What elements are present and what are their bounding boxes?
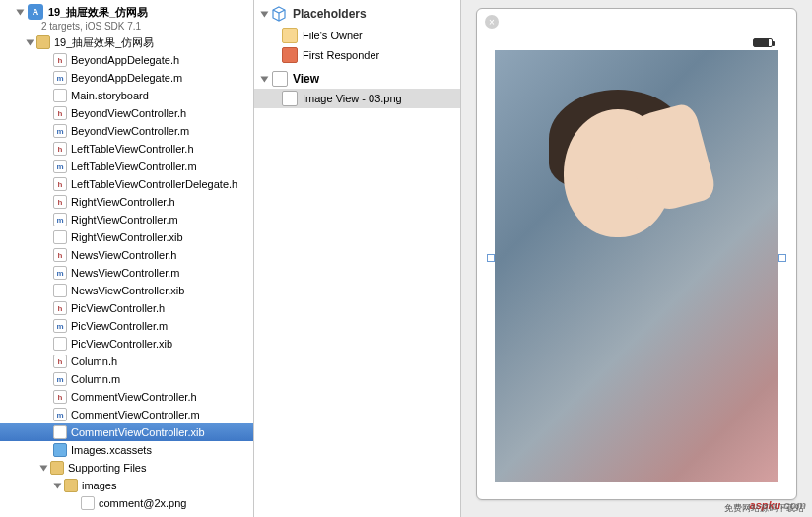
file-label: RightViewController.h (71, 196, 175, 208)
image-view-content[interactable] (495, 50, 778, 482)
folder-row[interactable]: 19_抽屉效果_仿网易 (0, 33, 253, 51)
image-view-row[interactable]: Image View - 03.png (254, 89, 460, 108)
file-row[interactable]: mColumn.m (0, 370, 253, 388)
png-file-icon (81, 496, 95, 510)
h-file-icon: h (53, 106, 67, 120)
placeholders-header[interactable]: Placeholders (254, 0, 460, 26)
document-outline[interactable]: Placeholders File's Owner First Responde… (254, 0, 461, 517)
file-label: NewsViewController.h (71, 249, 176, 261)
h-file-icon: h (53, 390, 67, 404)
disclosure-icon[interactable] (260, 12, 268, 18)
file-label: Column.h (71, 355, 117, 367)
project-subtitle: 2 targets, iOS SDK 7.1 (0, 21, 253, 32)
xib-file-icon (53, 230, 67, 244)
files-owner-icon (282, 28, 298, 43)
disclosure-icon[interactable] (260, 77, 268, 83)
folder-file-icon (36, 35, 50, 49)
h-file-icon: h (53, 301, 67, 315)
file-row[interactable]: hBeyondViewController.h (0, 104, 253, 122)
file-label: PicViewController.xib (71, 338, 172, 350)
file-label: NewsViewController.xib (71, 285, 184, 296)
disclosure-icon[interactable] (26, 40, 34, 46)
file-row[interactable]: hLeftTableViewController.h (0, 140, 253, 158)
disclosure-icon[interactable] (16, 10, 24, 16)
image-view-label: Image View - 03.png (303, 93, 402, 104)
file-label: LeftTableViewControllerDelegate.h (71, 178, 237, 190)
file-label: Column.m (71, 373, 120, 385)
file-row[interactable]: Main.storyboard (0, 87, 253, 104)
view-icon (272, 71, 288, 87)
folder-row[interactable]: Supporting Files (0, 459, 253, 477)
file-row[interactable]: Images.xcassets (0, 441, 253, 459)
watermark-subtitle: 免费网站源码下载站 (724, 502, 804, 515)
placeholders-icon (271, 6, 287, 22)
file-row[interactable]: RightViewController.xib (0, 228, 253, 246)
file-row[interactable]: mRightViewController.m (0, 211, 253, 228)
h-file-icon: h (53, 195, 67, 209)
file-row[interactable]: CommentViewController.xib (0, 423, 253, 441)
photo-placeholder (564, 109, 702, 287)
file-row[interactable]: comment@2x.png (0, 494, 253, 512)
file-label: comment@2x.png (99, 497, 186, 509)
interface-builder-canvas[interactable]: × aspku.com 免费网站源码下载站 (461, 0, 812, 517)
file-row[interactable]: NewsViewController.xib (0, 282, 253, 299)
device-view[interactable] (495, 34, 778, 482)
file-label: LeftTableViewController.m (71, 161, 197, 172)
file-row[interactable]: hCommentViewController.h (0, 388, 253, 406)
sb-file-icon (53, 89, 67, 102)
h-file-icon: h (53, 53, 67, 67)
file-navigator[interactable]: A 19_抽屉效果_仿网易 2 targets, iOS SDK 7.1 19_… (0, 0, 254, 517)
file-row[interactable]: hNewsViewController.h (0, 246, 253, 264)
file-row[interactable]: mLeftTableViewController.m (0, 158, 253, 175)
image-view-icon (282, 91, 298, 106)
file-label: LeftTableViewController.h (71, 143, 194, 155)
file-row[interactable]: mPicViewController.m (0, 317, 253, 335)
h-file-icon: h (53, 177, 67, 191)
file-row[interactable]: hRightViewController.h (0, 193, 253, 211)
file-row[interactable]: mNewsViewController.m (0, 264, 253, 282)
m-file-icon: m (53, 372, 67, 386)
file-label: CommentViewController.h (71, 391, 197, 403)
xib-file-icon (53, 337, 67, 351)
file-label: 19_抽屉效果_仿网易 (54, 35, 154, 50)
file-label: CommentViewController.m (71, 409, 200, 420)
status-bar (495, 34, 778, 50)
file-label: BeyondAppDelegate.h (71, 54, 179, 66)
file-label: PicViewController.h (71, 302, 165, 314)
file-row[interactable]: hColumn.h (0, 353, 253, 370)
file-label: BeyondViewController.h (71, 107, 186, 119)
folder-file-icon (50, 461, 64, 475)
file-row[interactable]: hBeyondAppDelegate.h (0, 51, 253, 69)
xcode-project-icon: A (28, 4, 43, 20)
file-label: CommentViewController.xib (71, 426, 205, 438)
h-file-icon: h (53, 355, 67, 368)
disclosure-icon[interactable] (39, 466, 47, 472)
xib-file-icon (53, 284, 67, 297)
file-row[interactable]: PicViewController.xib (0, 335, 253, 353)
files-owner-label: File's Owner (303, 30, 363, 41)
folder-row[interactable]: images (0, 477, 253, 494)
project-row[interactable]: A 19_抽屉效果_仿网易 (0, 0, 253, 22)
file-row[interactable]: mCommentViewController.m (0, 406, 253, 423)
file-label: NewsViewController.m (71, 267, 179, 279)
file-row[interactable]: hPicViewController.h (0, 299, 253, 317)
file-row[interactable]: hLeftTableViewControllerDelegate.h (0, 175, 253, 193)
close-icon[interactable]: × (485, 15, 499, 29)
disclosure-icon[interactable] (53, 484, 61, 489)
file-row[interactable]: mBeyondViewController.m (0, 122, 253, 140)
canvas-frame[interactable]: × (476, 8, 797, 500)
file-label: PicViewController.m (71, 320, 168, 332)
file-row[interactable]: mBeyondAppDelegate.m (0, 69, 253, 87)
file-label: Supporting Files (68, 462, 147, 474)
view-row[interactable]: View (254, 69, 460, 89)
folder-file-icon (64, 479, 78, 492)
xib-file-icon (53, 425, 67, 439)
files-owner-row[interactable]: File's Owner (254, 26, 460, 45)
file-label: Main.storyboard (71, 90, 149, 101)
first-responder-icon (282, 47, 298, 63)
m-file-icon: m (53, 408, 67, 421)
first-responder-row[interactable]: First Responder (254, 45, 460, 65)
m-file-icon: m (53, 71, 67, 85)
m-file-icon: m (53, 266, 67, 280)
battery-icon (753, 38, 773, 47)
